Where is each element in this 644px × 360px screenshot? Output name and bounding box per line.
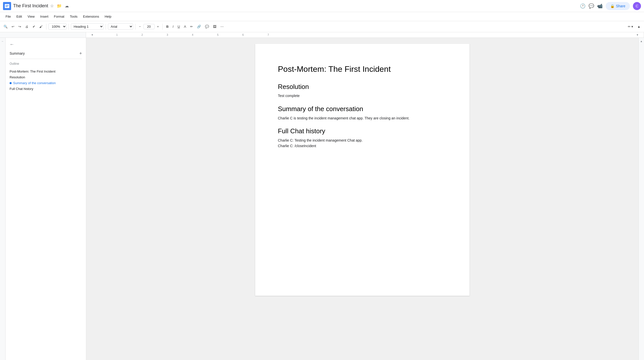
italic-btn[interactable]: I — [171, 24, 175, 29]
svg-rect-4 — [6, 7, 8, 7]
main-layout: ← ← Summary + Outline Post-Mortem: The F… — [0, 38, 644, 360]
collapse-btn[interactable]: ▲ — [636, 24, 642, 29]
menu-format[interactable]: Format — [51, 14, 67, 19]
docs-icon — [3, 2, 11, 10]
font-size-increase[interactable]: + — [156, 24, 161, 29]
toolbar: 🔍 ↩ ↪ 🖨 ✔ 🖌 100% Heading 1 Arial − 20 + … — [0, 21, 644, 32]
svg-rect-2 — [6, 5, 9, 6]
section-heading-1[interactable]: Summary of the conversation — [278, 105, 447, 113]
svg-rect-3 — [6, 6, 9, 6]
sidebar-summary-label: Summary — [10, 51, 25, 55]
menu-edit[interactable]: Edit — [14, 14, 24, 19]
zoom-select[interactable]: 100% — [48, 23, 67, 30]
font-select[interactable]: Arial — [108, 23, 133, 30]
comment-btn[interactable]: 💬 — [203, 24, 211, 29]
text-color-btn[interactable]: A — [183, 24, 188, 29]
outline-item-2[interactable]: Summary of the conversation — [10, 80, 82, 86]
outline-item-1[interactable]: Resolution — [10, 74, 82, 80]
outline-label: Outline — [10, 62, 82, 66]
highlight-btn[interactable]: ✏ — [189, 24, 194, 29]
menu-file[interactable]: File — [3, 14, 13, 19]
more-btn[interactable]: ⋯ — [219, 24, 225, 29]
share-button[interactable]: 🔒 Share — [606, 2, 630, 10]
document-main-title[interactable]: Post-Mortem: The First Incident — [278, 64, 447, 75]
right-panel: ▲ — [638, 38, 644, 360]
separator-1 — [46, 24, 46, 30]
title-bar-left: The First Incident ☆ 📁 ☁ — [3, 2, 578, 10]
print-btn[interactable]: 🖨 — [24, 24, 30, 29]
menu-bar: File Edit View Insert Format Tools Exten… — [0, 12, 644, 21]
image-btn[interactable]: 🖼 — [212, 24, 218, 29]
cloud-icon[interactable]: ☁ — [65, 4, 69, 8]
section-heading-0[interactable]: Resolution — [278, 83, 447, 91]
section-body-0[interactable]: Test complete — [278, 93, 447, 99]
ruler-content: ▼ 1 2 3 4 5 6 7 ▼ — [86, 32, 644, 38]
section-heading-2[interactable]: Full Chat history — [278, 127, 447, 136]
outline-item-3[interactable]: Full Chat history — [10, 86, 82, 92]
menu-help[interactable]: Help — [102, 14, 114, 19]
style-select[interactable]: Heading 1 — [71, 23, 104, 30]
section-body-2[interactable]: Charlie C: Testing the incident manageme… — [278, 138, 447, 149]
margin-arrow: ← — [2, 40, 4, 43]
sidebar-summary-header: Summary + — [10, 51, 82, 56]
separator-5 — [162, 24, 163, 30]
search-btn[interactable]: 🔍 — [2, 24, 9, 29]
folder-icon[interactable]: 📁 — [57, 4, 62, 8]
outline-item-0[interactable]: Post-Mortem: The First Incident — [10, 69, 82, 74]
document-page: Post-Mortem: The First Incident Resoluti… — [255, 44, 470, 296]
edit-mode-btn[interactable]: ✏ ▾ — [626, 24, 635, 29]
star-icon[interactable]: ☆ — [50, 4, 54, 8]
avatar[interactable]: C — [633, 2, 641, 10]
document-title: The First Incident — [13, 3, 48, 9]
ruler: ▼ 1 2 3 4 5 6 7 ▼ — [0, 32, 644, 38]
font-size-input[interactable]: 20 — [143, 24, 155, 29]
title-bar: The First Incident ☆ 📁 ☁ 🕐 💬 📹 🔒 Share C — [0, 0, 644, 12]
spellcheck-btn[interactable]: ✔ — [31, 24, 37, 29]
underline-btn[interactable]: U — [176, 24, 181, 29]
menu-extensions[interactable]: Extensions — [80, 14, 102, 19]
undo-btn[interactable]: ↩ — [10, 24, 16, 29]
separator-3 — [106, 24, 106, 30]
scroll-indicator: ▲ — [640, 40, 643, 43]
separator-2 — [69, 24, 69, 30]
menu-view[interactable]: View — [25, 14, 37, 19]
back-button[interactable]: ← — [10, 42, 82, 47]
title-bar-right: 🕐 💬 📹 🔒 Share C — [580, 2, 641, 10]
left-margin: ← — [0, 38, 6, 360]
back-arrow-icon: ← — [10, 42, 14, 47]
redo-btn[interactable]: ↪ — [17, 24, 23, 29]
separator-4 — [135, 24, 135, 30]
sidebar-divider — [10, 59, 82, 59]
history-icon[interactable]: 🕐 — [580, 3, 586, 9]
title-bar-icons: ☆ 📁 ☁ — [50, 4, 69, 8]
section-body-1[interactable]: Charlie C is testing the incident manage… — [278, 115, 447, 121]
menu-tools[interactable]: Tools — [67, 14, 80, 19]
link-btn[interactable]: 🔗 — [195, 24, 202, 29]
font-size-decrease[interactable]: − — [137, 24, 142, 29]
menu-insert[interactable]: Insert — [38, 14, 51, 19]
bold-btn[interactable]: B — [165, 24, 170, 29]
lock-icon: 🔒 — [610, 4, 614, 8]
sidebar-add-button[interactable]: + — [79, 51, 82, 56]
comment-icon[interactable]: 💬 — [589, 3, 594, 9]
document-area: Post-Mortem: The First Incident Resoluti… — [86, 38, 638, 360]
sidebar: ← Summary + Outline Post-Mortem: The Fir… — [6, 38, 86, 360]
video-icon[interactable]: 📹 — [597, 3, 603, 9]
paint-format-btn[interactable]: 🖌 — [38, 24, 44, 29]
